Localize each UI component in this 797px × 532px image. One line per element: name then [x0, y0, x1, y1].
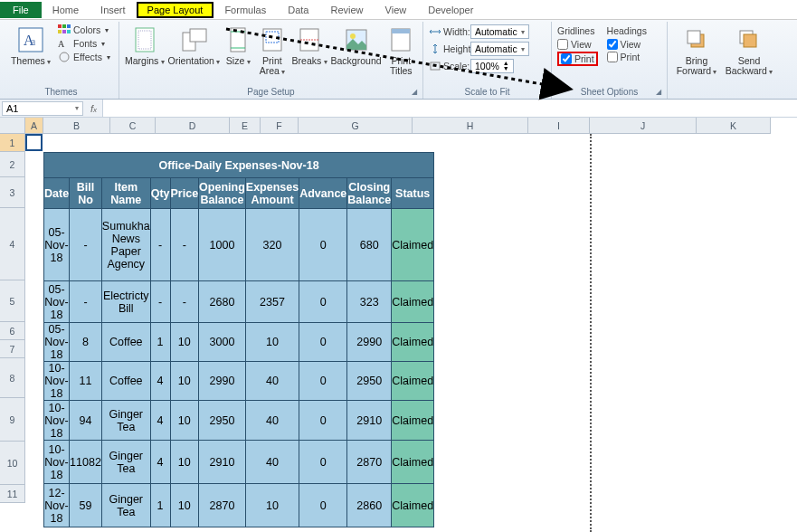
table-row[interactable]: 05-Nov-18-Electricty Bill--268023570323C…	[44, 281, 434, 323]
row-header-1[interactable]: 1	[0, 134, 25, 152]
cell[interactable]: 320	[245, 209, 299, 281]
table-row[interactable]: 05-Nov-18-Sumukha News Paper Agency--100…	[44, 209, 434, 281]
cell[interactable]: 0	[299, 323, 347, 362]
size-button[interactable]: Size	[223, 24, 252, 69]
cell[interactable]: 2990	[347, 323, 392, 362]
column-header-F[interactable]: F	[261, 118, 299, 134]
cell[interactable]: Coffee	[101, 323, 150, 362]
themes-button[interactable]: Aa Themes	[9, 24, 52, 69]
cell[interactable]: 05-Nov-18	[44, 209, 70, 281]
column-header-C[interactable]: C	[110, 118, 156, 134]
cell[interactable]: 10	[245, 484, 299, 527]
cell[interactable]: 1	[150, 323, 170, 362]
cell[interactable]: -	[70, 281, 102, 323]
cell[interactable]: -	[70, 209, 102, 281]
row-header-8[interactable]: 8	[0, 358, 25, 398]
cell[interactable]: 10-Nov-18	[44, 441, 70, 484]
column-header-E[interactable]: E	[230, 118, 261, 134]
gridlines-print-checkbox[interactable]: Print	[557, 52, 598, 66]
cell[interactable]: 94	[70, 401, 102, 441]
row-header-7[interactable]: 7	[0, 340, 25, 358]
orientation-button[interactable]: Orientation	[168, 24, 221, 69]
cell[interactable]: Ginger Tea	[101, 441, 150, 484]
column-header-K[interactable]: K	[697, 118, 771, 134]
cell[interactable]: -	[170, 281, 199, 323]
cell[interactable]: Claimed	[392, 281, 434, 323]
tab-page-layout[interactable]: Page Layout	[137, 2, 214, 18]
tab-data[interactable]: Data	[277, 2, 319, 18]
row-header-2[interactable]: 2	[0, 152, 25, 177]
cell[interactable]: -	[150, 281, 170, 323]
cell[interactable]: 2870	[199, 484, 246, 527]
width-combo[interactable]: Automatic▾	[470, 24, 529, 39]
cell[interactable]: -	[170, 209, 199, 281]
cell[interactable]: 0	[299, 281, 347, 323]
cell[interactable]: 2910	[199, 441, 246, 484]
cell[interactable]: 4	[150, 401, 170, 441]
cell[interactable]: 10	[170, 323, 199, 362]
cell[interactable]: -	[150, 209, 170, 281]
cell[interactable]: 2990	[199, 362, 246, 401]
table-row[interactable]: 05-Nov-188Coffee11030001002990Claimed	[44, 323, 434, 362]
select-all-corner[interactable]	[0, 118, 25, 134]
cell[interactable]: 2860	[347, 484, 392, 527]
table-row[interactable]: 10-Nov-1811Coffee41029904002950Claimed	[44, 362, 434, 401]
row-header-9[interactable]: 9	[0, 398, 25, 442]
column-header-G[interactable]: G	[299, 118, 413, 134]
cell[interactable]: 40	[245, 401, 299, 441]
table-row[interactable]: 10-Nov-1811082Ginger Tea41029104002870Cl…	[44, 441, 434, 484]
cell[interactable]: 0	[299, 401, 347, 441]
fx-icon[interactable]: fx	[85, 103, 102, 114]
cell[interactable]: 8	[70, 323, 102, 362]
cell[interactable]: Claimed	[392, 362, 434, 401]
tab-home[interactable]: Home	[42, 2, 90, 18]
table-row[interactable]: 10-Nov-1894Ginger Tea41029504002910Claim…	[44, 401, 434, 441]
cell[interactable]: Claimed	[392, 209, 434, 281]
row-header-10[interactable]: 10	[0, 442, 25, 485]
cell[interactable]: 05-Nov-18	[44, 281, 70, 323]
tab-review[interactable]: Review	[319, 2, 374, 18]
page-setup-launcher-icon[interactable]: ◢	[412, 88, 417, 96]
cell[interactable]: Sumukha News Paper Agency	[101, 209, 150, 281]
background-button[interactable]: Background	[331, 24, 382, 68]
colors-button[interactable]: Colors▾	[56, 24, 112, 36]
cell[interactable]: 0	[299, 484, 347, 527]
tab-formulas[interactable]: Formulas	[213, 2, 277, 18]
cell[interactable]: 2910	[347, 401, 392, 441]
cell[interactable]: 323	[347, 281, 392, 323]
cell[interactable]: 10	[170, 441, 199, 484]
sheet-options-launcher-icon[interactable]: ◢	[656, 88, 661, 96]
cell[interactable]: 11082	[70, 441, 102, 484]
cell[interactable]: Claimed	[392, 484, 434, 527]
print-area-button[interactable]: Print Area	[256, 24, 288, 79]
breaks-button[interactable]: Breaks	[292, 24, 327, 69]
row-header-11[interactable]: 11	[0, 485, 25, 503]
cell[interactable]: Coffee	[101, 362, 150, 401]
cell[interactable]: 4	[150, 362, 170, 401]
scale-spinner[interactable]: 100%▲▼	[470, 59, 514, 73]
print-titles-button[interactable]: Print Titles	[385, 24, 417, 78]
cell[interactable]: 2950	[199, 401, 246, 441]
cell[interactable]: 10-Nov-18	[44, 362, 70, 401]
cell[interactable]: 40	[245, 441, 299, 484]
cell[interactable]: 4	[150, 441, 170, 484]
column-header-H[interactable]: H	[413, 118, 528, 134]
row-header-5[interactable]: 5	[0, 280, 25, 322]
cell[interactable]: 0	[299, 209, 347, 281]
effects-button[interactable]: Effects▾	[56, 51, 112, 63]
scale-launcher-icon[interactable]: ◢	[540, 88, 546, 96]
gridlines-view-checkbox[interactable]: View	[557, 39, 598, 50]
cell[interactable]: Ginger Tea	[101, 484, 150, 527]
cell[interactable]: 1	[150, 484, 170, 527]
cell[interactable]: 59	[70, 484, 102, 527]
cell[interactable]: Claimed	[392, 401, 434, 441]
file-tab[interactable]: File	[0, 2, 42, 18]
cell[interactable]: Ginger Tea	[101, 401, 150, 441]
cell[interactable]: 1000	[199, 209, 246, 281]
cell[interactable]: 680	[347, 209, 392, 281]
cell[interactable]: Claimed	[392, 323, 434, 362]
column-header-D[interactable]: D	[156, 118, 230, 134]
cell[interactable]: 10-Nov-18	[44, 401, 70, 441]
cell[interactable]: Claimed	[392, 441, 434, 484]
row-header-3[interactable]: 3	[0, 177, 25, 208]
